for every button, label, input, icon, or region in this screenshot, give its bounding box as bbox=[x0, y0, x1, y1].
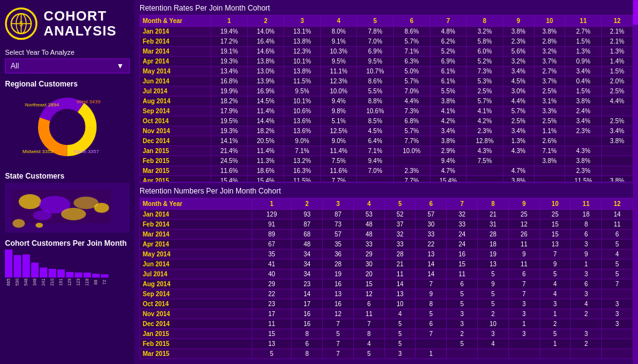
table-cell: 4 bbox=[540, 279, 571, 289]
table-cell: 3 bbox=[508, 299, 540, 309]
table-cell: 12 bbox=[353, 289, 384, 299]
table-cell: 8 bbox=[416, 299, 447, 309]
table-cell: 2.3% bbox=[503, 37, 534, 47]
table-cell: 3 bbox=[540, 299, 571, 309]
table-cell: 3 bbox=[508, 309, 540, 319]
bar-item: 548 bbox=[22, 254, 30, 284]
table-cell: 18 bbox=[571, 209, 602, 219]
svg-point-20 bbox=[61, 208, 86, 220]
table-cell: 11 bbox=[508, 239, 540, 249]
table-cell: 13.0% bbox=[247, 67, 284, 77]
bar-item: 210 bbox=[49, 269, 56, 284]
table-cell: 13.6% bbox=[284, 126, 321, 136]
table-cell: 19.1% bbox=[211, 47, 248, 57]
year-dropdown[interactable]: All ▼ bbox=[5, 58, 130, 73]
table-cell: 3.2% bbox=[467, 27, 503, 37]
table-cell: 21 bbox=[477, 209, 508, 219]
table-cell: 5 bbox=[447, 338, 478, 348]
table-row: Feb 201491877348373033311215811 bbox=[140, 219, 633, 229]
table-cell: 7 bbox=[602, 279, 633, 289]
svg-point-15 bbox=[19, 194, 41, 209]
us-map bbox=[5, 183, 130, 233]
table-cell: 26 bbox=[508, 229, 540, 239]
table-cell: 7.5% bbox=[467, 156, 503, 166]
table-cell: 5 bbox=[477, 299, 508, 309]
table-cell: 24.5% bbox=[211, 156, 248, 166]
table-cell: 9 bbox=[508, 249, 540, 259]
right-panel: Retention Rates Per Join Month Cohort Mo… bbox=[135, 0, 638, 364]
svg-point-9 bbox=[52, 112, 82, 142]
table-cell: 2 bbox=[571, 309, 602, 319]
table-cell: 7 bbox=[353, 319, 384, 329]
table-cell: 13 bbox=[384, 289, 416, 299]
table-cell: 7 bbox=[508, 279, 540, 289]
table-cell: 7.1% bbox=[393, 47, 430, 57]
table-cell: 7 bbox=[416, 279, 447, 289]
col-header-10: 10 bbox=[534, 16, 565, 27]
svg-point-22 bbox=[36, 223, 43, 228]
table-cell: 1.3% bbox=[601, 47, 632, 57]
table-cell: 35 bbox=[323, 239, 354, 249]
table-cell: 16 bbox=[447, 249, 478, 259]
table-cell: 10.3% bbox=[320, 47, 357, 57]
table-cell: 14.1% bbox=[211, 136, 248, 146]
table-cell: 11 bbox=[252, 319, 292, 329]
table-cell: 6 bbox=[292, 338, 323, 348]
svg-text:West 3439: West 3439 bbox=[77, 99, 101, 105]
table-cell: 11.5% bbox=[565, 176, 602, 182]
bar-item: 129 bbox=[66, 272, 74, 284]
col-header-6: 6 bbox=[393, 16, 430, 27]
svg-text:South 3357: South 3357 bbox=[74, 149, 99, 154]
table-cell: Nov 2014 bbox=[140, 126, 211, 136]
table-cell: 2.3% bbox=[565, 166, 602, 176]
retention-numbers-section: Retention Numbers Per Join Month Cohort … bbox=[135, 183, 638, 365]
table-cell: 18 bbox=[477, 239, 508, 249]
table-cell: 12 bbox=[508, 219, 540, 229]
table-row: Mar 20148968574832332428261566 bbox=[140, 229, 633, 239]
table-cell: 2.1% bbox=[601, 37, 632, 47]
table-cell: Mar 2014 bbox=[140, 229, 252, 239]
table-cell: 0.4% bbox=[565, 77, 602, 86]
table-cell bbox=[357, 176, 394, 182]
table-cell: 7 bbox=[508, 289, 540, 299]
retention-numbers-title: Retention Numbers Per Join Month Cohort bbox=[140, 187, 633, 195]
scrollbar[interactable] bbox=[633, 0, 638, 364]
table-cell: 8 bbox=[353, 329, 384, 338]
scrollbar-thumb[interactable] bbox=[633, 0, 638, 25]
table-cell: 11 bbox=[384, 269, 416, 279]
table-cell: 7.3% bbox=[467, 67, 503, 77]
table-cell: 15 bbox=[447, 259, 478, 269]
bars-container: 6655305483482412101911291231188872 bbox=[5, 250, 130, 284]
table-cell bbox=[508, 338, 540, 348]
table-cell: 3.8% bbox=[503, 27, 534, 37]
table-cell: Jun 2014 bbox=[140, 77, 211, 86]
col-header-8: 8 bbox=[467, 16, 503, 27]
table-cell: Jul 2014 bbox=[140, 86, 211, 96]
table-cell: 13.1% bbox=[284, 27, 321, 37]
table-cell: 3 bbox=[508, 329, 540, 338]
table-cell: 48 bbox=[353, 229, 384, 239]
table-cell: 6.8% bbox=[393, 116, 430, 126]
table-cell: 4.8% bbox=[430, 27, 467, 37]
state-customers-section: State Customers bbox=[5, 172, 130, 233]
table-cell: 3.4% bbox=[565, 67, 602, 77]
table-cell: 1 bbox=[508, 319, 540, 329]
table-cell: 13.8% bbox=[284, 37, 321, 47]
table-row: Apr 201419.3%13.8%10.1%9.5%9.5%6.3%6.9%5… bbox=[140, 57, 633, 67]
table-cell: 33 bbox=[416, 229, 447, 239]
table-cell: 1.3% bbox=[565, 47, 602, 57]
table-cell: 3 bbox=[571, 289, 602, 299]
table-cell bbox=[534, 166, 565, 176]
table-cell: 14 bbox=[416, 269, 447, 279]
table-cell: 2.8% bbox=[534, 37, 565, 47]
table-cell: 16.4% bbox=[247, 37, 284, 47]
table-cell: 22 bbox=[252, 289, 292, 299]
table-cell bbox=[571, 348, 602, 358]
table-cell: 6.4% bbox=[357, 136, 394, 146]
table-cell: 2 bbox=[540, 319, 571, 329]
table-row: Feb 201524.5%11.3%13.2%7.5%9.4%9.4%7.5%3… bbox=[140, 156, 633, 166]
table-cell: 10.0% bbox=[320, 86, 357, 96]
table-cell: 3.2% bbox=[503, 57, 534, 67]
table-cell: 2.5% bbox=[601, 86, 632, 96]
table-cell: 3.2% bbox=[534, 47, 565, 57]
